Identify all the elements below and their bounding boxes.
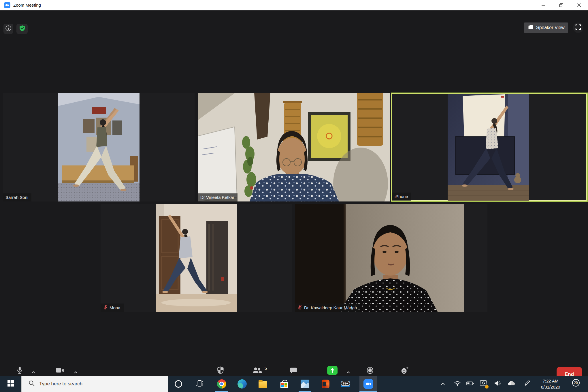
chrome-icon [217,379,226,389]
fullscreen-button[interactable] [573,22,583,33]
battery-icon [466,381,474,387]
wifi-tray-button[interactable] [452,376,463,392]
search-icon [29,380,35,388]
gallery-grid-icon [528,24,534,31]
onedrive-tray-button[interactable] [505,376,517,392]
participant-name: Dr Vineeta Ketkar [200,195,234,200]
file-explorer-taskbar-icon[interactable] [254,376,272,392]
participant-name: iPhone [395,194,408,199]
meeting-window: Speaker View [0,10,588,376]
participants-icon: 5 [252,366,262,375]
photos-icon [301,380,309,388]
sync-display-tray-button[interactable] [478,376,490,392]
video-feed-mona [156,204,237,312]
wifi-icon [454,380,461,388]
search-input[interactable] [39,381,149,387]
reactions-smiley-icon [400,366,409,375]
muted-mic-icon [298,305,302,310]
mute-options-chevron[interactable] [32,370,35,375]
fullscreen-icon [575,24,581,31]
mail-icon: 99+ [341,381,350,387]
security-shield-icon [217,366,224,375]
video-feed-dr-kawaldeep-kaur-madan [295,204,464,312]
sync-alert-dot [485,385,489,389]
task-view-icon [195,380,203,388]
start-button[interactable] [0,376,21,392]
chevron-up-icon [440,381,445,387]
participant-name-tag: Dr. Kawaldeep Kaur Madan [295,304,360,312]
video-camera-icon [55,366,64,375]
video-feed-dr-vineeta-ketkar [198,93,390,201]
window-title: Zoom Meeting [13,0,41,10]
cortana-button[interactable] [169,376,187,392]
taskbar-search-box[interactable] [21,376,168,392]
photos-taskbar-icon[interactable] [296,376,314,392]
video-options-chevron[interactable] [74,370,78,375]
muted-mic-icon [103,305,108,310]
participants-count-badge: 5 [265,366,267,371]
minimize-button[interactable] [534,0,552,10]
participant-name-tag: Sarrah Soni [3,193,31,201]
window-titlebar: Zoom Meeting [0,0,588,10]
taskbar-clock[interactable]: 7:22 AM 8/31/2020 [534,378,567,390]
participant-name: Mona [110,305,120,310]
mail-taskbar-icon[interactable]: 99+ [336,376,354,392]
video-feed-sarrah-soni [58,93,140,201]
participant-name: Dr. Kawaldeep Kaur Madan [304,305,357,310]
action-center-icon: 20 [572,380,580,388]
participant-name-tag: Mona [101,304,124,312]
mic-icon [16,366,23,375]
chat-bubble-icon [290,366,297,375]
task-view-button[interactable] [190,376,208,392]
info-icon [5,25,12,33]
participant-tile-iphone-active-speaker[interactable]: iPhone [391,93,587,201]
cortana-icon [175,380,182,388]
microsoft-store-icon [280,382,288,388]
mail-unread-badge: 99+ [341,381,350,386]
participant-tile-mona[interactable]: Mona [101,204,292,312]
participant-tile-dr-vineeta-ketkar[interactable]: Dr Vineeta Ketkar [198,93,390,201]
participant-name: Sarrah Soni [5,195,28,200]
notification-count-badge: 20 [572,379,580,387]
office-icon [322,380,329,388]
sync-display-icon [480,380,487,388]
zoom-logo-icon [4,2,10,8]
edge-icon [238,379,247,389]
volume-tray-button[interactable] [492,376,504,392]
encryption-status-button[interactable] [16,24,28,34]
file-explorer-icon [259,381,267,388]
store-taskbar-icon[interactable] [275,376,293,392]
shield-check-icon [19,25,26,33]
volume-icon [494,380,502,388]
windows-taskbar: 99+ [0,376,588,392]
record-icon [366,366,374,375]
onedrive-cloud-icon [507,380,515,387]
speaker-view-label: Speaker View [536,25,564,30]
window-controls [534,0,588,10]
action-center-button[interactable]: 20 [568,376,585,392]
zoom-app-icon [363,379,373,389]
office-taskbar-icon[interactable] [316,376,334,392]
pen-icon [524,380,530,388]
clock-date: 8/31/2020 [534,384,567,390]
close-button[interactable] [570,0,588,10]
meeting-info-button[interactable] [3,24,13,34]
windows-ink-tray-button[interactable] [521,376,533,392]
tray-overflow-button[interactable] [438,376,448,392]
chrome-taskbar-icon[interactable] [213,376,231,392]
participant-name-tag: iPhone [392,193,411,201]
battery-tray-button[interactable] [464,376,476,392]
participant-name-tag: Dr Vineeta Ketkar [198,193,238,201]
speaker-view-button[interactable]: Speaker View [524,22,568,33]
video-feed-iphone [448,94,529,201]
zoom-taskbar-icon-active[interactable] [359,376,377,392]
restore-button[interactable] [552,0,570,10]
edge-taskbar-icon[interactable] [233,376,251,392]
participant-tile-dr-kawaldeep-kaur-madan[interactable]: Dr. Kawaldeep Kaur Madan [295,204,487,312]
share-screen-icon [327,366,338,375]
participant-tile-sarrah-soni[interactable]: Sarrah Soni [3,93,195,201]
clock-time: 7:22 AM [534,378,567,384]
windows-start-icon [7,380,14,388]
share-options-chevron[interactable] [346,370,350,375]
